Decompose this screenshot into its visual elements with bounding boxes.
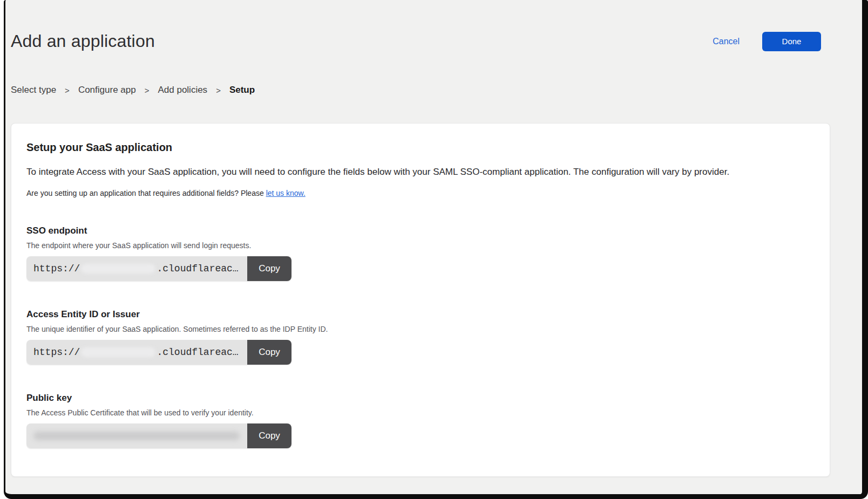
- done-button[interactable]: Done: [762, 32, 821, 51]
- url-prefix: https://: [33, 347, 80, 358]
- access-entity-id-copy-button[interactable]: Copy: [247, 340, 291, 365]
- add-application-page: Add an application Cancel Done Select ty…: [5, 31, 862, 499]
- note-text: Are you setting up an application that r…: [26, 189, 266, 197]
- sso-endpoint-value: https:// .cloudflareac…: [26, 256, 247, 281]
- public-key-value-row: Copy: [26, 423, 291, 448]
- breadcrumb-step-configure-app[interactable]: Configure app: [78, 85, 136, 95]
- public-key-title: Public key: [26, 393, 815, 404]
- additional-fields-note: Are you setting up an application that r…: [26, 189, 815, 197]
- access-entity-id-description: The unique identifier of your SaaS appli…: [26, 325, 815, 333]
- breadcrumb-separator: >: [216, 86, 221, 95]
- header-actions: Cancel Done: [713, 32, 821, 51]
- sso-endpoint-section: SSO endpoint The endpoint where your Saa…: [26, 225, 815, 281]
- breadcrumb-step-setup: Setup: [229, 85, 255, 95]
- sso-endpoint-title: SSO endpoint: [26, 225, 815, 236]
- setup-card: Setup your SaaS application To integrate…: [11, 123, 830, 477]
- access-entity-id-value: https:// .cloudflareac…: [26, 340, 247, 365]
- access-entity-id-value-row: https:// .cloudflareac… Copy: [26, 340, 291, 365]
- access-entity-id-title: Access Entity ID or Issuer: [26, 309, 815, 320]
- breadcrumb-separator: >: [65, 86, 70, 95]
- redacted-text-blur: [81, 264, 155, 274]
- app-window: Add an application Cancel Done Select ty…: [4, 0, 868, 499]
- let-us-know-link[interactable]: let us know.: [266, 189, 306, 197]
- card-title: Setup your SaaS application: [26, 141, 815, 154]
- cancel-button[interactable]: Cancel: [713, 37, 740, 46]
- sso-endpoint-description: The endpoint where your SaaS application…: [26, 241, 815, 250]
- sso-endpoint-value-row: https:// .cloudflareac… Copy: [26, 256, 291, 281]
- sso-endpoint-copy-button[interactable]: Copy: [247, 256, 291, 281]
- breadcrumb: Select type > Configure app > Add polici…: [11, 85, 830, 95]
- public-key-copy-button[interactable]: Copy: [247, 423, 291, 448]
- page-header: Add an application Cancel Done: [11, 31, 830, 51]
- card-intro-text: To integrate Access with your SaaS appli…: [26, 167, 815, 177]
- public-key-description: The Access Public Certificate that will …: [26, 408, 815, 417]
- redacted-text-blur: [81, 347, 155, 357]
- url-suffix: .cloudflareac…: [157, 263, 238, 274]
- url-prefix: https://: [33, 263, 80, 274]
- public-key-value: [26, 423, 247, 448]
- access-entity-id-section: Access Entity ID or Issuer The unique id…: [26, 309, 815, 365]
- breadcrumb-step-add-policies[interactable]: Add policies: [158, 85, 207, 95]
- breadcrumb-separator: >: [145, 86, 150, 95]
- breadcrumb-step-select-type[interactable]: Select type: [11, 85, 56, 95]
- redacted-text-blur: [33, 432, 240, 440]
- public-key-section: Public key The Access Public Certificate…: [26, 393, 815, 448]
- url-suffix: .cloudflareac…: [157, 347, 238, 358]
- page-title: Add an application: [11, 31, 155, 51]
